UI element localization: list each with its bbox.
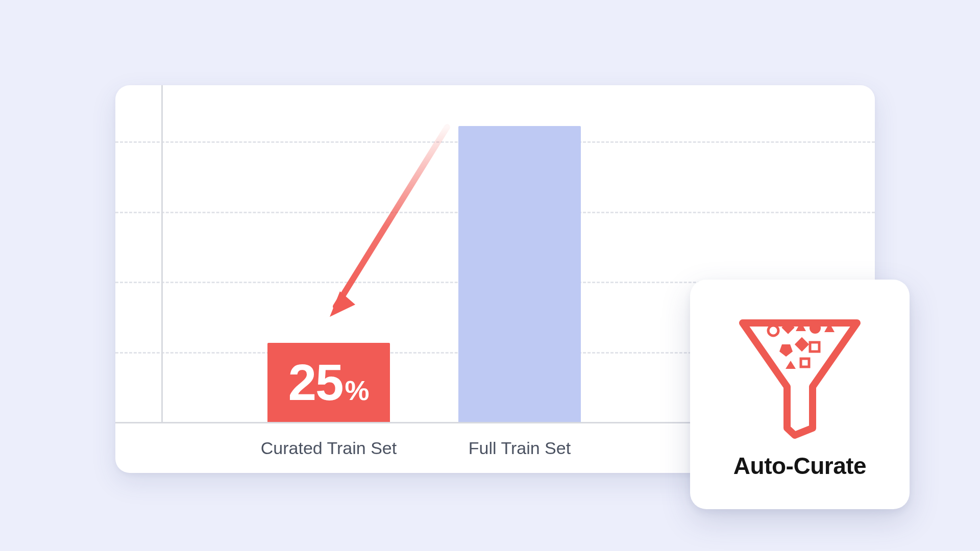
svg-rect-8 <box>795 337 809 352</box>
svg-point-2 <box>768 325 778 336</box>
bar-value-label: 25 % <box>267 357 390 408</box>
funnel-icon <box>731 305 869 443</box>
x-tick-label-full: Full Train Set <box>449 438 590 458</box>
bar-full-train-set <box>458 126 581 422</box>
x-tick-label-curated: Curated Train Set <box>258 438 399 458</box>
bar-value-number: 25 <box>288 357 342 408</box>
svg-point-5 <box>810 322 821 334</box>
bar-curated-train-set: 25 % <box>267 343 390 422</box>
svg-line-0 <box>336 127 447 307</box>
svg-rect-11 <box>801 359 809 367</box>
bar-value-unit: % <box>345 377 370 404</box>
svg-marker-7 <box>779 344 793 357</box>
y-axis <box>161 85 163 422</box>
auto-curate-label: Auto-Curate <box>733 452 866 480</box>
auto-curate-card: Auto-Curate <box>690 280 910 509</box>
svg-marker-1 <box>330 291 355 317</box>
svg-marker-10 <box>786 361 796 369</box>
svg-rect-9 <box>810 342 819 352</box>
